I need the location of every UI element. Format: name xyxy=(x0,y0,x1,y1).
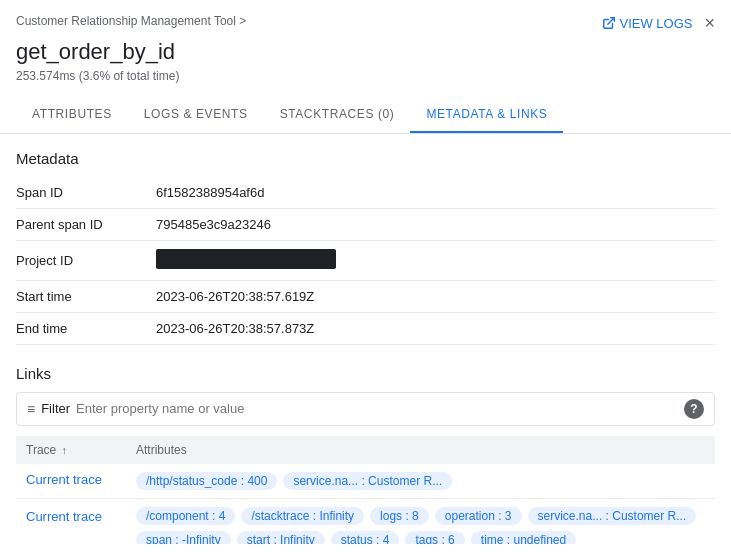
metadata-section-title: Metadata xyxy=(16,150,715,167)
attributes-chips-2: /component : 4 /stacktrace : Infinity lo… xyxy=(136,507,705,544)
top-bar: Customer Relationship Management Tool > … xyxy=(0,0,731,38)
metadata-val-projectid xyxy=(156,240,715,280)
external-link-icon xyxy=(602,16,616,30)
attributes-cell-1: /http/status_code : 400 service.na... : … xyxy=(126,464,715,499)
filter-label: Filter xyxy=(41,401,70,416)
metadata-key-endtime: End time xyxy=(16,312,156,344)
metadata-key-spanid: Span ID xyxy=(16,177,156,209)
links-table-header: Trace ↑ Attributes xyxy=(16,436,715,464)
filter-input[interactable] xyxy=(76,401,678,416)
filter-bar: ≡ Filter ? xyxy=(16,392,715,426)
metadata-row-starttime: Start time 2023-06-26T20:38:57.619Z xyxy=(16,280,715,312)
attr-chip: /component : 4 xyxy=(136,507,235,525)
tab-attributes[interactable]: ATTRIBUTES xyxy=(16,97,128,133)
attr-chip: start : Infinity xyxy=(237,531,325,544)
filter-icon: ≡ xyxy=(27,401,35,417)
metadata-table: Span ID 6f1582388954af6d Parent span ID … xyxy=(16,177,715,345)
sort-icon: ↑ xyxy=(62,444,68,456)
links-section: Links ≡ Filter ? Trace ↑ Attributes xyxy=(16,365,715,544)
tab-stacktraces[interactable]: STACKTRACES (0) xyxy=(264,97,411,133)
table-row: Current trace /http/status_code : 400 se… xyxy=(16,464,715,499)
tab-bar: ATTRIBUTES LOGS & EVENTS STACKTRACES (0)… xyxy=(0,97,731,134)
attr-chip: time : undefined xyxy=(471,531,576,544)
attr-chip: tags : 6 xyxy=(405,531,464,544)
trace-link-2[interactable]: Current trace xyxy=(26,509,102,524)
breadcrumb: Customer Relationship Management Tool > xyxy=(16,14,246,28)
metadata-row-endtime: End time 2023-06-26T20:38:57.873Z xyxy=(16,312,715,344)
close-button[interactable]: × xyxy=(704,14,715,32)
attr-chip: span : -Infinity xyxy=(136,531,231,544)
title-area: get_order_by_id 253.574ms (3.6% of total… xyxy=(0,38,731,87)
metadata-row-parentspan: Parent span ID 795485e3c9a23246 xyxy=(16,208,715,240)
attributes-chips-1: /http/status_code : 400 service.na... : … xyxy=(136,472,705,490)
help-icon[interactable]: ? xyxy=(684,399,704,419)
links-section-title: Links xyxy=(16,365,715,382)
metadata-row-spanid: Span ID 6f1582388954af6d xyxy=(16,177,715,209)
attr-chip: status : 4 xyxy=(331,531,400,544)
trace-link-cell-1: Current trace xyxy=(16,464,126,499)
links-table: Trace ↑ Attributes Current trace /http/s… xyxy=(16,436,715,544)
view-logs-button[interactable]: VIEW LOGS xyxy=(602,16,693,31)
attr-chip: service.na... : Customer R... xyxy=(528,507,697,525)
redacted-value xyxy=(156,249,336,269)
attr-chip: logs : 8 xyxy=(370,507,429,525)
main-content: Metadata Span ID 6f1582388954af6d Parent… xyxy=(0,134,731,544)
metadata-val-spanid: 6f1582388954af6d xyxy=(156,177,715,209)
col-attributes-header: Attributes xyxy=(126,436,715,464)
metadata-key-projectid: Project ID xyxy=(16,240,156,280)
svg-line-0 xyxy=(607,18,613,24)
metadata-val-endtime: 2023-06-26T20:38:57.873Z xyxy=(156,312,715,344)
metadata-key-starttime: Start time xyxy=(16,280,156,312)
col-trace-header: Trace ↑ xyxy=(16,436,126,464)
metadata-key-parentspan: Parent span ID xyxy=(16,208,156,240)
attr-chip: operation : 3 xyxy=(435,507,522,525)
trace-link-1[interactable]: Current trace xyxy=(26,472,102,487)
metadata-val-parentspan: 795485e3c9a23246 xyxy=(156,208,715,240)
trace-link-cell-2: Current trace xyxy=(16,498,126,544)
metadata-row-projectid: Project ID xyxy=(16,240,715,280)
table-row: Current trace /component : 4 /stacktrace… xyxy=(16,498,715,544)
page-title: get_order_by_id xyxy=(16,38,715,67)
tab-metadata-links[interactable]: METADATA & LINKS xyxy=(410,97,563,133)
attr-chip: /http/status_code : 400 xyxy=(136,472,277,490)
view-logs-label: VIEW LOGS xyxy=(620,16,693,31)
metadata-val-starttime: 2023-06-26T20:38:57.619Z xyxy=(156,280,715,312)
attributes-cell-2: /component : 4 /stacktrace : Infinity lo… xyxy=(126,498,715,544)
attr-chip: /stacktrace : Infinity xyxy=(241,507,364,525)
attr-chip: service.na... : Customer R... xyxy=(283,472,452,490)
top-actions: VIEW LOGS × xyxy=(602,14,715,32)
tab-logs-events[interactable]: LOGS & EVENTS xyxy=(128,97,264,133)
subtitle: 253.574ms (3.6% of total time) xyxy=(16,69,715,83)
